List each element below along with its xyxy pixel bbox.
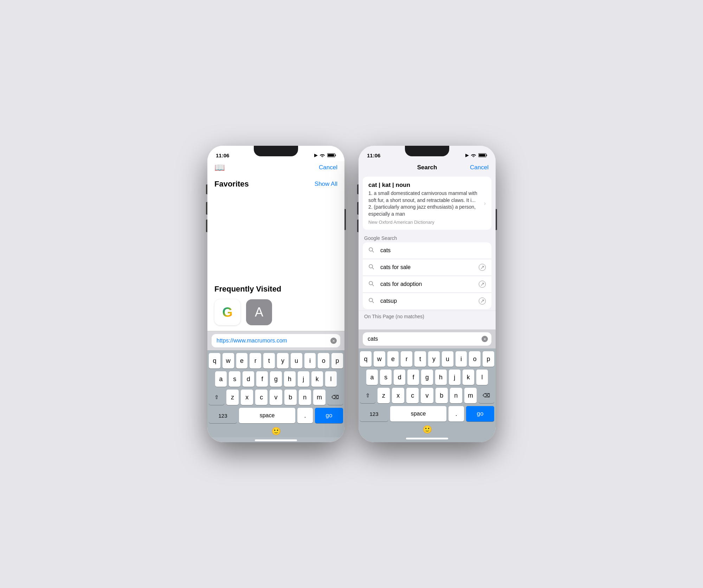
svg-line-11 xyxy=(372,285,374,286)
search-url-bar[interactable]: cats ✕ xyxy=(363,332,491,346)
key-n[interactable]: n xyxy=(299,390,311,405)
nav-bar-1: 📖 Cancel xyxy=(207,161,344,177)
cancel-button-1[interactable]: Cancel xyxy=(319,164,337,171)
key-h[interactable]: h xyxy=(284,371,296,387)
book-icon-1[interactable]: 📖 xyxy=(214,163,225,172)
key-g[interactable]: g xyxy=(270,371,282,387)
notch-2 xyxy=(405,146,449,156)
fv-item-google[interactable]: G xyxy=(214,299,240,325)
search-icon-cats-for-adoption xyxy=(368,281,375,288)
key2-j[interactable]: j xyxy=(449,370,460,385)
key2-o[interactable]: o xyxy=(469,351,481,367)
dict-word: cat | kat | noun xyxy=(368,182,486,189)
key2-s[interactable]: s xyxy=(380,370,392,385)
emoji-icon-2[interactable]: 🙂 xyxy=(423,425,432,434)
key2-v[interactable]: v xyxy=(421,388,433,403)
key-b[interactable]: b xyxy=(284,390,297,405)
dictionary-card[interactable]: cat | kat | noun 1. a small domesticated… xyxy=(363,177,491,230)
key2-period[interactable]: . xyxy=(449,406,464,422)
key-r[interactable]: r xyxy=(250,353,261,368)
suggestion-catsup[interactable]: catsup ↗ xyxy=(363,293,491,309)
key-y[interactable]: y xyxy=(277,353,289,368)
keyboard-row-2-2: a s d f g h j k l xyxy=(360,370,494,385)
key2-t[interactable]: t xyxy=(414,351,426,367)
key-m[interactable]: m xyxy=(313,390,325,405)
key-i[interactable]: i xyxy=(304,353,316,368)
key2-d[interactable]: d xyxy=(394,370,405,385)
key-k[interactable]: k xyxy=(311,371,323,387)
search-cancel-button[interactable]: Cancel xyxy=(470,164,489,171)
search-nav-title: Search xyxy=(417,164,437,171)
key-u[interactable]: u xyxy=(291,353,302,368)
suggestion-cats-for-sale[interactable]: cats for sale ↗ xyxy=(363,259,491,276)
key-shift[interactable]: ⇧ xyxy=(209,390,224,405)
fv-item-app[interactable]: A xyxy=(246,299,272,325)
fv-item-a-label: A xyxy=(255,305,263,320)
key2-shift[interactable]: ⇧ xyxy=(360,388,375,403)
key-x[interactable]: x xyxy=(241,390,253,405)
key2-123[interactable]: 123 xyxy=(360,406,388,422)
key-z[interactable]: z xyxy=(226,390,239,405)
key2-m[interactable]: m xyxy=(464,388,477,403)
key-j[interactable]: j xyxy=(298,371,309,387)
key2-b[interactable]: b xyxy=(436,388,448,403)
key-c[interactable]: c xyxy=(255,390,267,405)
key-123[interactable]: 123 xyxy=(209,408,237,423)
favorites-title: Favorites xyxy=(214,179,249,189)
key2-e[interactable]: e xyxy=(387,351,399,367)
key-l[interactable]: l xyxy=(325,371,337,387)
key-q[interactable]: q xyxy=(209,353,220,368)
key-delete[interactable]: ⌫ xyxy=(328,390,343,405)
key2-p[interactable]: p xyxy=(483,351,494,367)
key2-go[interactable]: go xyxy=(466,406,494,422)
key-v[interactable]: v xyxy=(270,390,282,405)
notch-1 xyxy=(254,146,298,156)
key-f[interactable]: f xyxy=(256,371,268,387)
key2-c[interactable]: c xyxy=(406,388,419,403)
key-p[interactable]: p xyxy=(331,353,343,368)
suggestion-cats-for-adoption[interactable]: cats for adoption ↗ xyxy=(363,276,491,293)
key2-f[interactable]: f xyxy=(407,370,419,385)
key2-l[interactable]: l xyxy=(476,370,488,385)
home-bar-2 xyxy=(406,438,448,439)
key-s[interactable]: s xyxy=(229,371,240,387)
key-a[interactable]: a xyxy=(215,371,227,387)
key-d[interactable]: d xyxy=(243,371,254,387)
key2-x[interactable]: x xyxy=(392,388,404,403)
key2-i[interactable]: i xyxy=(456,351,467,367)
key2-y[interactable]: y xyxy=(428,351,440,367)
key2-n[interactable]: n xyxy=(450,388,462,403)
key-space[interactable]: space xyxy=(239,408,295,423)
key-e[interactable]: e xyxy=(236,353,248,368)
key-w[interactable]: w xyxy=(222,353,234,368)
status-icons-2: ▶ xyxy=(465,153,487,158)
key2-k[interactable]: k xyxy=(463,370,474,385)
url-bar-value: https://www.macrumors.com xyxy=(217,338,287,344)
url-bar[interactable]: https://www.macrumors.com ✕ xyxy=(212,334,340,347)
key2-delete[interactable]: ⌫ xyxy=(479,388,494,403)
battery-icon-2 xyxy=(478,153,487,157)
key2-u[interactable]: u xyxy=(442,351,453,367)
key2-space[interactable]: space xyxy=(390,406,446,422)
key-t[interactable]: t xyxy=(263,353,275,368)
key2-w[interactable]: w xyxy=(374,351,385,367)
suggestion-cats[interactable]: cats xyxy=(363,242,491,259)
dict-def1: 1. a small domesticated carnivorous mamm… xyxy=(368,190,486,204)
time-2: 11:06 xyxy=(367,152,380,158)
show-all-link[interactable]: Show All xyxy=(315,181,337,188)
key-period[interactable]: . xyxy=(297,408,313,423)
dict-def2: 2. (particularly among jazz enthusiasts)… xyxy=(368,204,486,217)
search-clear-button[interactable]: ✕ xyxy=(482,336,488,342)
url-clear-button[interactable]: ✕ xyxy=(330,338,337,344)
google-search-label: Google Search xyxy=(359,233,496,242)
key-o[interactable]: o xyxy=(318,353,329,368)
key-go[interactable]: go xyxy=(315,408,343,423)
key2-q[interactable]: q xyxy=(360,351,372,367)
key2-a[interactable]: a xyxy=(366,370,378,385)
key2-r[interactable]: r xyxy=(401,351,412,367)
key2-z[interactable]: z xyxy=(378,388,390,403)
key2-h[interactable]: h xyxy=(435,370,447,385)
location-icon-2: ▶ xyxy=(465,153,469,158)
emoji-icon-1[interactable]: 🙂 xyxy=(271,427,281,436)
key2-g[interactable]: g xyxy=(421,370,433,385)
